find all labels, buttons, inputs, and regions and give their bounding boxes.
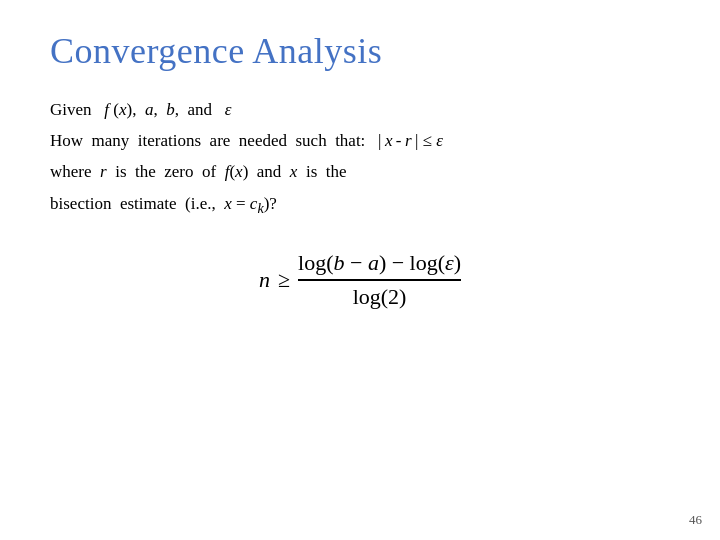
formula-fraction: log(b − a) − log(ε) log(2) [298,250,461,310]
text-bisection: bisection estimate (i.e., x = ck)? [50,194,277,213]
formula-n: n [259,267,270,293]
text-given: Given f (x), a, b, and ε [50,100,231,119]
line-how-many: How many iterations are needed such that… [50,127,670,154]
slide-title: Convergence Analysis [50,30,670,72]
line-where: where r is the zero of f(x) and x is the [50,158,670,185]
text-how-many: How many iterations are needed such that… [50,131,443,150]
formula-numerator: log(b − a) − log(ε) [298,250,461,281]
page-number: 46 [689,512,702,528]
formula-block: n ≥ log(b − a) − log(ε) log(2) [50,250,670,310]
formula-gte: ≥ [278,267,290,293]
slide-content: Given f (x), a, b, and ε How many iterat… [50,96,670,220]
slide: Convergence Analysis Given f (x), a, b, … [0,0,720,540]
line-given: Given f (x), a, b, and ε [50,96,670,123]
text-where: where r is the zero of f(x) and x is the [50,162,347,181]
line-bisection: bisection estimate (i.e., x = ck)? [50,190,670,220]
formula-denominator: log(2) [353,281,407,310]
